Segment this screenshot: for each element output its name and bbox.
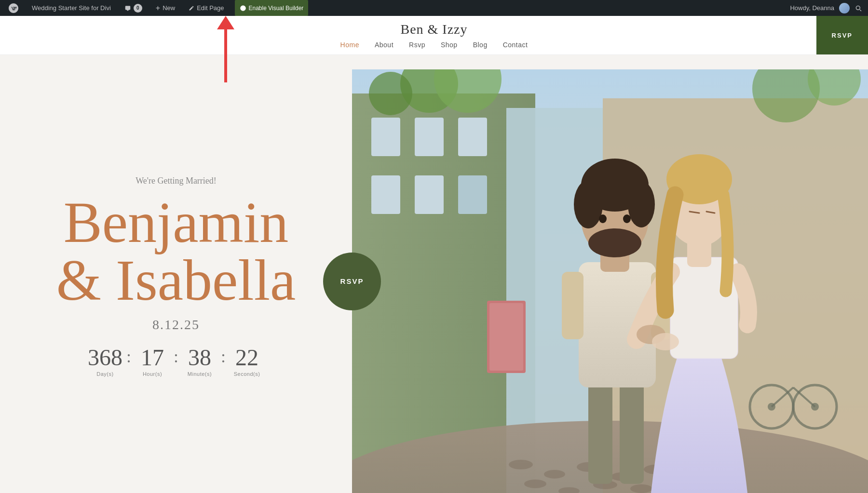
- svg-point-46: [574, 180, 603, 228]
- svg-rect-9: [415, 175, 444, 214]
- nav-home[interactable]: Home: [340, 41, 359, 49]
- svg-point-21: [544, 470, 565, 479]
- couple-name: Benjamin & Isabella: [56, 194, 296, 309]
- svg-point-0: [240, 5, 246, 11]
- divi-icon: [240, 5, 246, 12]
- edit-page-label: Edit Page: [197, 4, 224, 12]
- days-value: 368: [88, 346, 122, 369]
- svg-rect-12: [489, 303, 523, 371]
- nav-blog[interactable]: Blog: [473, 41, 488, 49]
- site-nav: Home About Rsvp Shop Blog Contact: [340, 41, 528, 49]
- svg-point-59: [652, 333, 679, 350]
- svg-rect-39: [620, 378, 644, 484]
- couple-photo: [352, 69, 868, 493]
- site-header: Ben & Izzy Home About Rsvp Shop Blog Con…: [0, 16, 868, 55]
- main-content: We're Getting Married! Benjamin & Isabel…: [0, 69, 868, 493]
- hero-left-panel: We're Getting Married! Benjamin & Isabel…: [0, 69, 352, 493]
- countdown-days: 368 Day(s): [86, 346, 124, 377]
- name-first: Benjamin: [64, 190, 289, 254]
- countdown-seconds: 22 Second(s): [228, 346, 266, 377]
- rsvp-header-button[interactable]: RSVP: [816, 16, 868, 54]
- svg-rect-7: [458, 118, 487, 156]
- svg-point-30: [630, 484, 652, 493]
- site-title: Ben & Izzy: [400, 22, 467, 37]
- countdown-timer: 368 Day(s) : 17 Hour(s) : 38 Minute(s) :…: [86, 346, 266, 377]
- seconds-label: Second(s): [234, 371, 260, 377]
- admin-bar-right: Howdy, Deanna: [790, 3, 862, 13]
- comments-bar-item[interactable]: 0: [122, 0, 145, 16]
- nav-contact[interactable]: Contact: [503, 41, 528, 49]
- sep-2: :: [172, 346, 180, 365]
- minutes-value: 38: [188, 346, 211, 369]
- howdy-text: Howdy, Deanna: [790, 4, 834, 12]
- countdown-minutes: 38 Minute(s): [180, 346, 219, 377]
- svg-point-47: [628, 181, 655, 227]
- svg-rect-38: [588, 378, 612, 484]
- hours-value: 17: [141, 346, 164, 369]
- admin-bar: Wedding Starter Site for Divi 0 + New Ed…: [0, 0, 868, 16]
- sep-3: :: [219, 346, 228, 365]
- sep-1: :: [124, 346, 133, 365]
- nav-rsvp[interactable]: Rsvp: [409, 41, 425, 49]
- svg-point-27: [524, 480, 546, 488]
- svg-point-20: [509, 460, 533, 469]
- svg-rect-10: [458, 175, 487, 214]
- enable-vb-label: Enable Visual Builder: [249, 5, 304, 12]
- enable-visual-builder-btn[interactable]: Enable Visual Builder: [235, 0, 309, 16]
- wp-icon: [9, 3, 18, 13]
- rsvp-circle-label: RSVP: [340, 277, 364, 285]
- comment-icon: [124, 5, 131, 12]
- hero-photo-panel: [352, 69, 868, 493]
- wedding-date: 8.12.25: [152, 317, 200, 333]
- comment-count: 0: [134, 4, 142, 13]
- days-label: Day(s): [96, 371, 113, 377]
- svg-rect-8: [371, 175, 400, 214]
- nav-shop[interactable]: Shop: [441, 41, 458, 49]
- minutes-label: Minute(s): [188, 371, 212, 377]
- edit-page-bar-item[interactable]: Edit Page: [186, 0, 227, 16]
- wordpress-logo[interactable]: [6, 0, 21, 16]
- site-name-bar[interactable]: Wedding Starter Site for Divi: [29, 0, 114, 16]
- svg-point-50: [623, 214, 631, 223]
- edit-icon: [189, 5, 194, 11]
- svg-rect-41: [562, 272, 583, 339]
- hours-label: Hour(s): [143, 371, 162, 377]
- search-icon[interactable]: [854, 4, 862, 12]
- svg-rect-6: [415, 118, 444, 156]
- rsvp-header-label: RSVP: [832, 32, 853, 39]
- new-bar-item[interactable]: + New: [153, 0, 178, 16]
- plus-icon: +: [156, 4, 160, 13]
- seconds-value: 22: [235, 346, 258, 369]
- rsvp-circle-button[interactable]: RSVP: [323, 253, 381, 310]
- avatar[interactable]: [839, 3, 850, 13]
- svg-point-49: [599, 214, 607, 223]
- site-title-label: Wedding Starter Site for Divi: [32, 4, 111, 12]
- svg-point-16: [369, 72, 412, 115]
- new-label: New: [163, 4, 175, 12]
- countdown-hours: 17 Hour(s): [133, 346, 172, 377]
- svg-rect-5: [371, 118, 400, 156]
- name-last: Isabella: [116, 248, 296, 312]
- svg-point-48: [588, 228, 641, 257]
- header-inner: Ben & Izzy Home About Rsvp Shop Blog Con…: [340, 22, 528, 49]
- name-and: &: [56, 248, 101, 312]
- nav-about[interactable]: About: [375, 41, 393, 49]
- hero-subtitle: We're Getting Married!: [136, 176, 217, 186]
